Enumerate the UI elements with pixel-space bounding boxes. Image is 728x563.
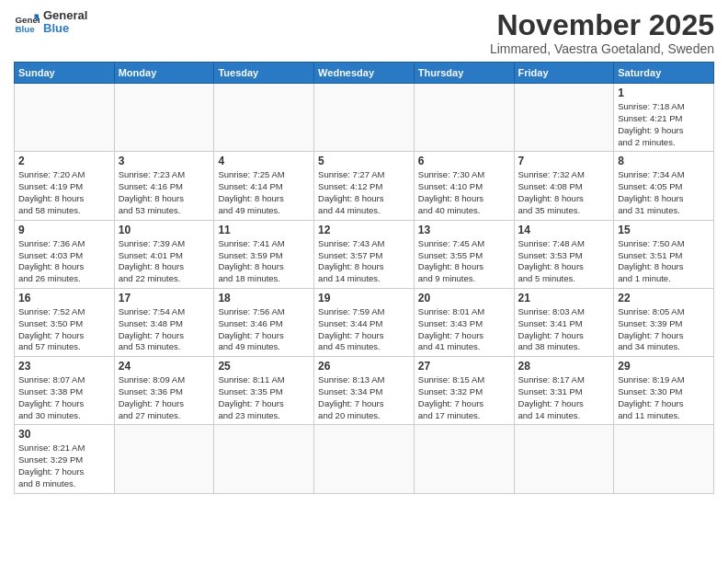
calendar-cell: 26Sunrise: 8:13 AMSunset: 3:34 PMDayligh… <box>314 357 415 425</box>
calendar-row: 30Sunrise: 8:21 AMSunset: 3:29 PMDayligh… <box>15 425 714 493</box>
day-number: 12 <box>318 224 410 236</box>
day-info: Sunrise: 7:54 AMSunset: 3:48 PMDaylight:… <box>119 306 210 353</box>
day-info: Sunrise: 7:20 AMSunset: 4:19 PMDaylight:… <box>18 169 110 216</box>
calendar-cell <box>114 425 214 493</box>
day-info: Sunrise: 8:11 AMSunset: 3:35 PMDaylight:… <box>218 374 310 421</box>
calendar-cell: 17Sunrise: 7:54 AMSunset: 3:48 PMDayligh… <box>114 288 214 356</box>
title-area: November 2025 Limmared, Vaestra Goetalan… <box>490 9 714 56</box>
calendar-cell: 9Sunrise: 7:36 AMSunset: 4:03 PMDaylight… <box>15 220 115 288</box>
day-number: 14 <box>518 224 610 236</box>
day-number: 10 <box>119 224 210 236</box>
day-info: Sunrise: 7:34 AMSunset: 4:05 PMDaylight:… <box>618 169 710 216</box>
day-info: Sunrise: 7:25 AMSunset: 4:14 PMDaylight:… <box>218 169 310 216</box>
svg-text:Blue: Blue <box>15 24 35 34</box>
day-info: Sunrise: 8:21 AMSunset: 3:29 PMDaylight:… <box>18 442 110 489</box>
calendar-cell: 30Sunrise: 8:21 AMSunset: 3:29 PMDayligh… <box>15 425 115 493</box>
weekday-monday: Monday <box>114 63 214 84</box>
location-title: Limmared, Vaestra Goetaland, Sweden <box>490 41 714 56</box>
calendar-cell: 22Sunrise: 8:05 AMSunset: 3:39 PMDayligh… <box>614 288 714 356</box>
calendar-cell <box>514 425 614 493</box>
day-info: Sunrise: 8:17 AMSunset: 3:31 PMDaylight:… <box>518 374 610 421</box>
calendar-cell: 23Sunrise: 8:07 AMSunset: 3:38 PMDayligh… <box>15 357 115 425</box>
day-number: 8 <box>618 155 710 167</box>
day-number: 25 <box>218 360 310 373</box>
day-number: 7 <box>518 155 610 167</box>
calendar-cell: 18Sunrise: 7:56 AMSunset: 3:46 PMDayligh… <box>214 288 314 356</box>
month-title: November 2025 <box>490 9 714 41</box>
calendar-cell <box>214 425 314 493</box>
day-info: Sunrise: 7:39 AMSunset: 4:01 PMDaylight:… <box>119 238 210 285</box>
day-number: 13 <box>418 224 510 236</box>
calendar-cell <box>314 84 415 152</box>
calendar-cell: 5Sunrise: 7:27 AMSunset: 4:12 PMDaylight… <box>314 152 415 220</box>
day-number: 1 <box>618 86 710 99</box>
day-number: 6 <box>418 155 510 167</box>
day-number: 3 <box>119 155 210 167</box>
weekday-sunday: Sunday <box>15 63 115 84</box>
header-area: General Blue General Blue November 2025 … <box>14 9 714 56</box>
day-number: 9 <box>18 224 110 236</box>
day-info: Sunrise: 7:48 AMSunset: 3:53 PMDaylight:… <box>518 238 610 285</box>
day-number: 19 <box>318 292 410 304</box>
calendar-cell: 7Sunrise: 7:32 AMSunset: 4:08 PMDaylight… <box>514 152 614 220</box>
day-info: Sunrise: 8:19 AMSunset: 3:30 PMDaylight:… <box>618 374 710 421</box>
calendar-cell: 15Sunrise: 7:50 AMSunset: 3:51 PMDayligh… <box>614 220 714 288</box>
day-number: 29 <box>618 360 710 373</box>
page: General Blue General Blue November 2025 … <box>0 0 728 563</box>
day-info: Sunrise: 7:23 AMSunset: 4:16 PMDaylight:… <box>119 169 210 216</box>
calendar-cell: 21Sunrise: 8:03 AMSunset: 3:41 PMDayligh… <box>514 288 614 356</box>
calendar-row: 2Sunrise: 7:20 AMSunset: 4:19 PMDaylight… <box>15 152 714 220</box>
day-number: 27 <box>418 360 510 373</box>
day-number: 15 <box>618 224 710 236</box>
calendar: SundayMondayTuesdayWednesdayThursdayFrid… <box>14 62 714 494</box>
calendar-cell: 13Sunrise: 7:45 AMSunset: 3:55 PMDayligh… <box>414 220 514 288</box>
calendar-cell <box>614 425 714 493</box>
logo-general: General <box>43 9 87 22</box>
calendar-row: 23Sunrise: 8:07 AMSunset: 3:38 PMDayligh… <box>15 357 714 425</box>
weekday-friday: Friday <box>514 63 614 84</box>
calendar-cell: 19Sunrise: 7:59 AMSunset: 3:44 PMDayligh… <box>314 288 415 356</box>
calendar-cell: 16Sunrise: 7:52 AMSunset: 3:50 PMDayligh… <box>15 288 115 356</box>
weekday-tuesday: Tuesday <box>214 63 314 84</box>
day-info: Sunrise: 8:01 AMSunset: 3:43 PMDaylight:… <box>418 306 510 353</box>
day-info: Sunrise: 8:13 AMSunset: 3:34 PMDaylight:… <box>318 374 410 421</box>
day-info: Sunrise: 7:52 AMSunset: 3:50 PMDaylight:… <box>18 306 110 353</box>
calendar-cell: 25Sunrise: 8:11 AMSunset: 3:35 PMDayligh… <box>214 357 314 425</box>
calendar-cell <box>214 84 314 152</box>
calendar-cell: 6Sunrise: 7:30 AMSunset: 4:10 PMDaylight… <box>414 152 514 220</box>
logo-blue: Blue <box>43 22 87 35</box>
day-number: 30 <box>18 428 110 441</box>
day-number: 17 <box>119 292 210 304</box>
day-number: 18 <box>218 292 310 304</box>
day-info: Sunrise: 7:43 AMSunset: 3:57 PMDaylight:… <box>318 238 410 285</box>
calendar-cell: 1Sunrise: 7:18 AMSunset: 4:21 PMDaylight… <box>614 84 714 152</box>
calendar-cell <box>414 425 514 493</box>
calendar-cell: 11Sunrise: 7:41 AMSunset: 3:59 PMDayligh… <box>214 220 314 288</box>
day-number: 24 <box>119 360 210 373</box>
weekday-thursday: Thursday <box>414 63 514 84</box>
calendar-cell: 8Sunrise: 7:34 AMSunset: 4:05 PMDaylight… <box>614 152 714 220</box>
day-info: Sunrise: 8:09 AMSunset: 3:36 PMDaylight:… <box>119 374 210 421</box>
day-info: Sunrise: 7:56 AMSunset: 3:46 PMDaylight:… <box>218 306 310 353</box>
day-info: Sunrise: 8:15 AMSunset: 3:32 PMDaylight:… <box>418 374 510 421</box>
calendar-cell <box>314 425 415 493</box>
day-info: Sunrise: 8:05 AMSunset: 3:39 PMDaylight:… <box>618 306 710 353</box>
logo-icon: General Blue <box>14 9 40 35</box>
day-number: 5 <box>318 155 410 167</box>
calendar-cell: 2Sunrise: 7:20 AMSunset: 4:19 PMDaylight… <box>15 152 115 220</box>
logo: General Blue General Blue <box>14 9 87 36</box>
day-info: Sunrise: 7:30 AMSunset: 4:10 PMDaylight:… <box>418 169 510 216</box>
day-info: Sunrise: 7:59 AMSunset: 3:44 PMDaylight:… <box>318 306 410 353</box>
weekday-wednesday: Wednesday <box>314 63 415 84</box>
calendar-cell: 29Sunrise: 8:19 AMSunset: 3:30 PMDayligh… <box>614 357 714 425</box>
calendar-cell: 3Sunrise: 7:23 AMSunset: 4:16 PMDaylight… <box>114 152 214 220</box>
weekday-header-row: SundayMondayTuesdayWednesdayThursdayFrid… <box>15 63 714 84</box>
calendar-row: 1Sunrise: 7:18 AMSunset: 4:21 PMDaylight… <box>15 84 714 152</box>
day-info: Sunrise: 7:27 AMSunset: 4:12 PMDaylight:… <box>318 169 410 216</box>
calendar-cell: 4Sunrise: 7:25 AMSunset: 4:14 PMDaylight… <box>214 152 314 220</box>
calendar-cell: 14Sunrise: 7:48 AMSunset: 3:53 PMDayligh… <box>514 220 614 288</box>
calendar-cell <box>514 84 614 152</box>
day-number: 16 <box>18 292 110 304</box>
calendar-row: 16Sunrise: 7:52 AMSunset: 3:50 PMDayligh… <box>15 288 714 356</box>
day-number: 22 <box>618 292 710 304</box>
